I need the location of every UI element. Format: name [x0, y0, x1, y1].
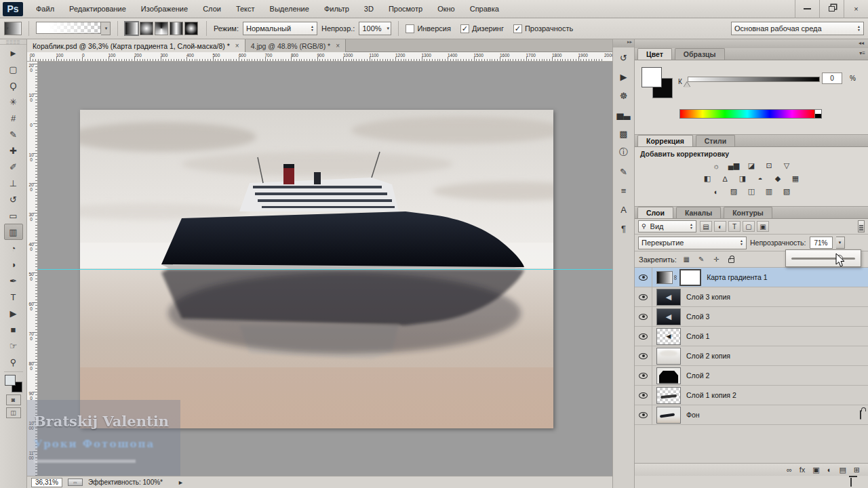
document-tab[interactable]: Кораблик.psd @ 36,3% (Карта градиента 1,…: [27, 39, 245, 52]
canvas-pasteboard[interactable]: [38, 62, 612, 476]
layer-filter-icon[interactable]: ▢: [743, 221, 755, 232]
visibility-cell[interactable]: [635, 366, 652, 386]
linear-gradient-button[interactable]: [125, 22, 138, 35]
tool-button[interactable]: #: [4, 110, 23, 126]
visibility-cell[interactable]: [635, 307, 652, 327]
tool-button[interactable]: ✎: [4, 126, 23, 142]
gradient-preview[interactable]: [36, 22, 101, 34]
layer-thumbnail[interactable]: [656, 348, 681, 365]
gradient-picker-arrow[interactable]: ▾: [101, 22, 111, 35]
panel-tab[interactable]: Стили: [696, 135, 735, 146]
adjustment-icon[interactable]: ◪: [745, 160, 758, 171]
foreground-color-swatch[interactable]: [642, 67, 662, 87]
filter-toggle-switch[interactable]: [858, 220, 865, 232]
layer-name[interactable]: Слой 1 копия 2: [686, 391, 736, 399]
adjustment-icon[interactable]: ▦: [789, 173, 802, 184]
screen-mode-button[interactable]: ◫: [6, 407, 21, 418]
vertical-ruler[interactable]: 2001000100200300400500600700800900100011…: [27, 62, 38, 476]
menu-item[interactable]: Файл: [28, 0, 62, 18]
layer-thumbnail[interactable]: [656, 407, 681, 424]
lock-all-icon[interactable]: [726, 254, 736, 264]
layer-opacity-dropdown[interactable]: ▼: [836, 237, 845, 249]
tool-button[interactable]: ◑: [4, 256, 23, 272]
panel-tab[interactable]: Контуры: [724, 207, 772, 218]
workspace-switcher[interactable]: Основная рабочая среда ▲▼: [731, 22, 864, 35]
lock-position-icon[interactable]: ✛: [711, 254, 722, 264]
adjustment-icon[interactable]: ▧: [780, 186, 793, 197]
opacity-slider-thumb[interactable]: [836, 255, 843, 262]
layer-filter-select[interactable]: ⚲ Вид ▲▼: [638, 220, 696, 232]
panel-icon[interactable]: ⓘ: [615, 144, 633, 161]
menu-item[interactable]: Просмотр: [381, 0, 430, 18]
layer-name[interactable]: Фон: [686, 411, 700, 419]
layer-name[interactable]: Слой 2: [686, 371, 709, 380]
tool-button[interactable]: ◔: [4, 240, 23, 256]
adjustment-icon[interactable]: ▥: [762, 186, 776, 197]
minimize-button[interactable]: [795, 0, 819, 18]
panel-icon[interactable]: ▶: [615, 68, 633, 85]
layers-footer-icon[interactable]: ⊞: [854, 466, 860, 474]
menu-item[interactable]: Фильтр: [317, 0, 357, 18]
tool-button[interactable]: ▥: [4, 224, 23, 240]
checkbox[interactable]: ✓: [513, 24, 522, 33]
checkbox-option[interactable]: ✓ Дизеринг: [460, 24, 504, 33]
menu-item[interactable]: Слои: [195, 0, 229, 18]
panel-icon[interactable]: ↺: [615, 49, 633, 66]
layer-filter-icon[interactable]: ◐: [714, 221, 726, 232]
layers-footer-icon[interactable]: ▤: [839, 466, 846, 474]
panel-icon[interactable]: ▩: [615, 125, 633, 142]
tool-button[interactable]: ■: [4, 321, 23, 338]
layer-row[interactable]: Слой 3: [635, 307, 868, 327]
layer-mask-thumbnail[interactable]: [679, 269, 701, 286]
foreground-color-swatch[interactable]: [5, 375, 16, 386]
layers-footer-icon[interactable]: ∞: [787, 466, 792, 474]
layer-blend-mode-select[interactable]: Перекрытие ▲▼: [638, 237, 747, 249]
collapse-panels-icon[interactable]: ◂◂: [635, 39, 868, 48]
panel-icon[interactable]: ☸: [615, 87, 633, 104]
panel-icon[interactable]: ¶: [615, 220, 633, 237]
menu-item[interactable]: Окно: [430, 0, 462, 18]
layer-row[interactable]: ∞ Карта градиента 1: [635, 268, 868, 287]
k-value-field[interactable]: 0: [822, 73, 842, 84]
visibility-cell[interactable]: [635, 327, 652, 346]
close-tab-icon[interactable]: ×: [336, 42, 340, 49]
menu-item[interactable]: Редактирование: [62, 0, 134, 18]
layer-row[interactable]: Слой 1 копия 2: [635, 386, 868, 405]
menu-item[interactable]: Изображение: [134, 0, 195, 18]
layers-footer-icon[interactable]: ◐: [827, 466, 832, 474]
visibility-cell[interactable]: [635, 386, 652, 405]
menu-item[interactable]: 3D: [357, 0, 381, 18]
zoom-level-field[interactable]: 36,31%: [31, 478, 62, 487]
layers-footer-icon[interactable]: ▣: [812, 466, 819, 474]
guide-line[interactable]: [38, 269, 612, 270]
layer-name[interactable]: Слой 2 копия: [686, 352, 730, 360]
reflected-gradient-button[interactable]: [170, 22, 183, 35]
layer-thumbnail[interactable]: [656, 367, 681, 384]
adjustment-icon[interactable]: ◐: [709, 186, 723, 197]
tool-button[interactable]: ▢: [4, 61, 23, 77]
blend-mode-select[interactable]: Нормальный ▲▼: [243, 22, 317, 35]
layer-row[interactable]: Слой 1: [635, 327, 868, 346]
gradient-picker[interactable]: ▾: [36, 22, 111, 35]
panel-menu-icon[interactable]: ▾≡: [859, 50, 865, 56]
panel-grip[interactable]: ▒▒▒▒: [0, 39, 26, 45]
layer-name[interactable]: Карта градиента 1: [707, 273, 767, 281]
tool-button[interactable]: ✳: [4, 94, 23, 110]
horizontal-ruler[interactable]: 0010001002003004005006007008009001000110…: [27, 52, 612, 62]
expand-panels-icon[interactable]: ▸▸: [613, 39, 634, 47]
panel-tab[interactable]: Образцы: [675, 48, 725, 60]
panel-tab[interactable]: Коррекция: [637, 135, 693, 146]
close-tab-icon[interactable]: ×: [235, 42, 239, 49]
k-slider-thumb[interactable]: [684, 82, 690, 87]
panel-tab[interactable]: Слои: [637, 207, 673, 218]
checkbox[interactable]: [406, 24, 414, 33]
adjustment-icon[interactable]: ⊡: [762, 160, 776, 171]
visibility-cell[interactable]: [635, 268, 652, 287]
layer-filter-icon[interactable]: T: [728, 221, 741, 232]
gradient-thumbnail[interactable]: [656, 271, 673, 284]
spectrum-endcaps[interactable]: [815, 109, 822, 119]
panel-icon[interactable]: ▅▃: [615, 106, 633, 123]
document-tab[interactable]: 4.jpg @ 48.8% (RGB/8) * ×: [245, 39, 346, 52]
panel-icon[interactable]: ≡: [615, 182, 633, 199]
layer-opacity-field[interactable]: 71%: [810, 237, 833, 249]
